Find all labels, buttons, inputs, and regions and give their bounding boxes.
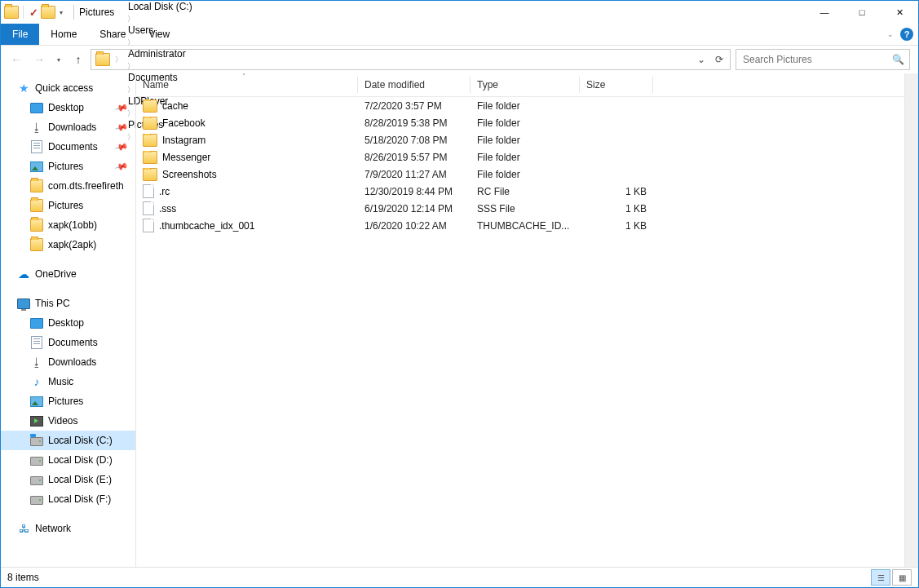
search-icon[interactable]: 🔍	[892, 54, 904, 65]
folder-icon	[30, 219, 43, 232]
quick-access-node[interactable]: ★ Quick access	[1, 78, 135, 98]
sidebar-item[interactable]: Pictures	[1, 391, 135, 411]
file-name: .rc	[159, 186, 170, 197]
sidebar-item[interactable]: Local Disk (F:)	[1, 489, 135, 509]
folder-icon	[143, 99, 157, 113]
file-tab[interactable]: File	[1, 24, 39, 45]
star-icon: ★	[17, 82, 30, 95]
file-row[interactable]: .thumbcache_idx_0011/6/2020 10:22 AMTHUM…	[136, 217, 918, 234]
file-date: 7/2/2020 3:57 PM	[358, 100, 471, 112]
address-bar[interactable]: 〉 This PC〉Local Disk (C:)〉Users〉Administ…	[91, 49, 731, 70]
file-size: 1 KB	[580, 186, 653, 197]
pin-icon: 📌	[114, 100, 130, 115]
sidebar-item[interactable]: ⭳Downloads📌	[1, 117, 135, 137]
sidebar-item[interactable]: Pictures📌	[1, 157, 135, 176]
folder-icon	[143, 134, 157, 147]
maximize-button[interactable]: □	[843, 1, 881, 24]
file-date: 5/18/2020 7:08 PM	[358, 135, 471, 146]
sidebar-item[interactable]: ⭳Downloads	[1, 352, 135, 372]
sidebar-item[interactable]: com.dts.freefireth	[1, 176, 135, 196]
tree-label: Videos	[48, 415, 77, 427]
tree-label: Desktop	[48, 317, 84, 329]
tree-label: OneDrive	[35, 268, 77, 280]
chevron-right-icon[interactable]: 〉	[125, 62, 137, 70]
view-tab[interactable]: View	[137, 24, 181, 45]
file-type: File folder	[471, 117, 580, 129]
sidebar-item[interactable]: xapk(1obb)	[1, 215, 135, 235]
thumbnails-view-button[interactable]: ▦	[892, 569, 912, 586]
file-date: 12/30/2019 8:44 PM	[358, 186, 471, 197]
breadcrumb-segment[interactable]: Administrator	[125, 48, 196, 60]
sidebar-item[interactable]: Local Disk (D:)	[1, 450, 135, 470]
sidebar-item[interactable]: Documents	[1, 333, 135, 352]
chevron-right-icon[interactable]: 〉	[125, 15, 137, 23]
file-row[interactable]: .sss6/19/2020 12:14 PMSSS File1 KB	[136, 200, 918, 217]
drive-icon	[30, 453, 43, 466]
refresh-button[interactable]: ⟳	[710, 51, 728, 69]
folder-icon	[30, 199, 43, 212]
share-tab[interactable]: Share	[88, 24, 137, 45]
search-input[interactable]	[741, 53, 875, 66]
qat-customize-icon[interactable]: ▾	[57, 9, 65, 16]
new-folder-icon[interactable]	[41, 6, 55, 19]
file-date: 8/28/2019 5:38 PM	[358, 117, 471, 129]
folder-icon	[143, 151, 157, 164]
tree-label: Downloads	[48, 356, 96, 368]
folder-icon	[143, 117, 157, 130]
address-dropdown-icon[interactable]: ⌄	[692, 51, 710, 69]
file-list: Name ˄ Date modified Type Size cache7/2/…	[136, 73, 918, 567]
tree-label: com.dts.freefireth	[48, 180, 124, 192]
file-row[interactable]: Facebook8/28/2019 5:38 PMFile folder	[136, 114, 918, 131]
sidebar-item[interactable]: Documents📌	[1, 137, 135, 157]
pin-icon: 📌	[114, 159, 130, 174]
this-pc-node[interactable]: This PC	[1, 294, 135, 313]
tree-label: Pictures	[48, 396, 83, 407]
column-name[interactable]: Name ˄	[136, 73, 358, 96]
column-size[interactable]: Size	[580, 73, 653, 96]
item-count: 8 items	[7, 572, 39, 583]
up-button[interactable]: ↑	[71, 52, 86, 67]
history-dropdown-icon[interactable]: ▾	[55, 56, 63, 64]
file-icon	[143, 219, 154, 232]
navigation-pane: ★ Quick access Desktop📌⭳Downloads📌Docume…	[1, 73, 136, 567]
file-row[interactable]: .rc12/30/2019 8:44 PMRC File1 KB	[136, 183, 918, 200]
tree-label: Desktop	[48, 102, 84, 113]
file-row[interactable]: Instagram5/18/2020 7:08 PMFile folder	[136, 131, 918, 148]
details-view-button[interactable]: ☰	[871, 569, 890, 586]
tree-label: Local Disk (E:)	[48, 474, 112, 485]
sidebar-item[interactable]: Desktop📌	[1, 98, 135, 117]
minimize-button[interactable]: —	[806, 1, 843, 24]
cloud-icon: ☁	[17, 267, 30, 281]
vertical-scrollbar[interactable]	[904, 73, 918, 567]
sidebar-item[interactable]: xapk(2apk)	[1, 235, 135, 254]
sidebar-item[interactable]: Videos	[1, 411, 135, 431]
properties-icon[interactable]: ✓	[28, 7, 39, 18]
back-button[interactable]: ←	[9, 52, 24, 67]
file-name: .thumbcache_idx_001	[159, 220, 254, 232]
expand-ribbon-icon[interactable]: ⌄	[887, 30, 894, 38]
search-box[interactable]: 🔍	[736, 49, 910, 70]
sort-indicator-icon: ˄	[242, 73, 245, 80]
file-row[interactable]: cache7/2/2020 3:57 PMFile folder	[136, 97, 918, 114]
folder-icon	[30, 179, 43, 192]
sidebar-item[interactable]: Pictures	[1, 196, 135, 215]
close-button[interactable]: ✕	[881, 1, 918, 24]
column-date[interactable]: Date modified	[358, 73, 471, 96]
chevron-right-icon[interactable]: 〉	[113, 55, 125, 65]
breadcrumb-segment[interactable]: Local Disk (C:)	[125, 1, 196, 12]
column-type[interactable]: Type	[471, 73, 580, 96]
file-row[interactable]: Messenger8/26/2019 5:57 PMFile folder	[136, 148, 918, 166]
sidebar-item[interactable]: ♪Music	[1, 372, 135, 391]
home-tab[interactable]: Home	[39, 24, 88, 45]
tree-label: Local Disk (C:)	[48, 435, 113, 446]
sidebar-item[interactable]: Local Disk (C:)	[1, 431, 135, 450]
sidebar-item[interactable]: Desktop	[1, 313, 135, 333]
sidebar-item[interactable]: Local Disk (E:)	[1, 470, 135, 489]
tree-label: Local Disk (D:)	[48, 454, 113, 466]
network-node[interactable]: 🖧 Network	[1, 519, 135, 538]
help-icon[interactable]: ?	[900, 28, 913, 41]
window-title: Pictures	[79, 7, 114, 18]
forward-button[interactable]: →	[32, 52, 46, 67]
onedrive-node[interactable]: ☁ OneDrive	[1, 264, 135, 284]
file-row[interactable]: Screenshots7/9/2020 11:27 AMFile folder	[136, 166, 918, 183]
